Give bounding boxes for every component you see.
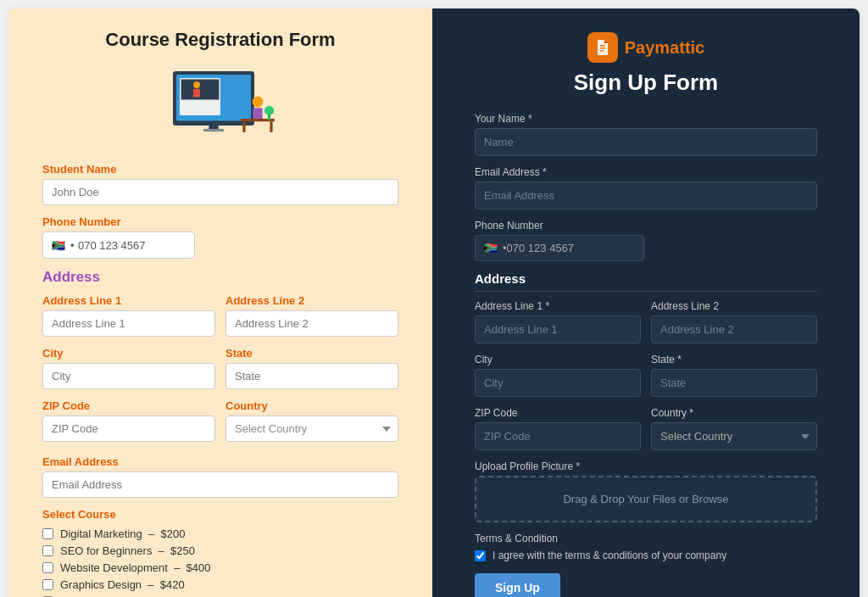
state-label: State [225,347,398,360]
terms-title: Terms & Condition [475,533,817,544]
right-email-label: Email Address * [475,166,817,178]
right-addr-line2-label: Address Line 2 [651,300,817,312]
course-name-3: Website Development – $400 [60,561,211,574]
right-phone-label: Phone Number [475,220,817,232]
email-label: Email Address [42,455,398,468]
svg-rect-10 [270,121,272,132]
email-input[interactable] [42,471,398,498]
zip-input[interactable] [42,416,215,442]
right-country-select[interactable]: Select Country [651,422,817,450]
right-state-label: State * [651,354,817,365]
phone-input-wrapper[interactable]: 🇿🇦 • 070 123 4567 [42,232,195,259]
svg-point-4 [193,81,200,88]
course-name-4: Graphics Design – $420 [60,578,185,591]
course-name-2: SEO for Beginners – $250 [60,544,195,557]
svg-rect-7 [253,108,262,120]
courses-section: Select Course Digital Marketing – $200 S… [42,508,398,597]
addr-line1-group: Address Line 1 [42,294,215,347]
terms-checkbox[interactable] [475,550,486,561]
left-panel: Course Registration Form [8,8,432,597]
svg-rect-13 [209,126,218,129]
course-checkbox-1[interactable] [42,528,53,539]
right-name-input[interactable] [475,128,817,156]
right-zip-input[interactable] [475,422,641,450]
address-row3: ZIP Code Country Select Country [42,399,398,452]
right-addr-line1-group: Address Line 1 * [475,300,641,354]
right-phone-value: 070 123 4567 [507,242,575,254]
country-label: Country [225,399,398,412]
upload-text: Drag & Drop Your Files or Browse [563,493,728,505]
list-item: SEO for Beginners – $250 [42,544,398,557]
right-state-group: State * [651,354,817,407]
phone-divider: • [70,239,75,252]
right-city-group: City [475,354,641,407]
right-header: Paymattic Sign Up Form [475,32,817,96]
zip-group: ZIP Code [42,399,215,452]
svg-point-12 [264,106,274,115]
list-item: Digital Marketing – $200 [42,527,398,540]
right-addr-line1-label: Address Line 1 * [475,300,641,312]
terms-check-row: I agree with the terms & conditions of y… [475,550,817,561]
phone-flag: 🇿🇦 [52,239,65,252]
addr-line1-label: Address Line 1 [42,294,215,307]
phone-label: Phone Number [42,215,398,228]
svg-point-6 [253,97,264,108]
state-input[interactable] [225,363,398,389]
upload-dropzone[interactable]: Drag & Drop Your Files or Browse [475,476,817,522]
addr-line2-input[interactable] [225,310,398,337]
list-item: Website Development – $400 [42,561,398,574]
svg-rect-15 [600,45,605,47]
right-country-group: Country * Select Country [651,407,817,460]
right-name-label: Your Name * [475,113,817,125]
svg-rect-9 [242,121,245,132]
svg-rect-16 [600,47,605,49]
city-input[interactable] [42,363,215,389]
course-checkbox-4[interactable] [42,579,53,590]
terms-section: Terms & Condition I agree with the terms… [475,533,817,561]
right-city-label: City [475,354,641,365]
country-group: Country Select Country [225,399,398,452]
address-row2: City State [42,347,398,399]
right-email-input[interactable] [475,181,817,209]
right-addr-line1-input[interactable] [475,315,641,343]
right-zip-label: ZIP Code [475,407,641,419]
svg-rect-17 [600,50,604,52]
right-zip-group: ZIP Code [475,407,641,460]
logo-text: Paymattic [625,38,705,58]
course-name-1: Digital Marketing – $200 [60,527,185,540]
illustration [42,63,398,148]
right-state-input[interactable] [651,369,817,397]
student-name-field: Student Name [42,163,398,215]
right-phone-input-wrapper[interactable]: 🇿🇦 • 070 123 4567 [475,235,644,261]
right-phone-field: Phone Number 🇿🇦 • 070 123 4567 [475,220,817,261]
country-select[interactable]: Select Country [225,416,398,442]
address-section: Address Address Line 1 Address Line 2 Ci… [42,269,398,452]
student-name-label: Student Name [42,163,398,176]
right-address-section: Address Address Line 1 * Address Line 2 … [475,271,817,460]
phone-field: Phone Number 🇿🇦 • 070 123 4567 [42,215,398,259]
addr-line1-input[interactable] [42,310,215,337]
right-address-row1: Address Line 1 * Address Line 2 [475,300,817,354]
left-form-title: Course Registration Form [42,29,398,51]
right-address-row3: ZIP Code Country * Select Country [475,407,817,460]
course-checkbox-2[interactable] [42,545,53,556]
upload-field: Upload Profile Picture * Drag & Drop You… [475,460,817,522]
student-name-input[interactable] [42,179,398,205]
svg-rect-14 [203,129,224,131]
paymattic-logo-icon [587,32,618,63]
email-field: Email Address [42,455,398,508]
addr-line2-label: Address Line 2 [225,294,398,307]
right-addr-line2-input[interactable] [651,315,817,343]
address-row1: Address Line 1 Address Line 2 [42,294,398,347]
terms-text: I agree with the terms & conditions of y… [492,550,726,561]
right-city-input[interactable] [475,369,641,397]
phone-value: 070 123 4567 [78,239,146,252]
city-label: City [42,347,215,360]
address-section-title: Address [42,269,398,286]
signup-button[interactable]: Sign Up [475,573,560,597]
upload-label: Upload Profile Picture * [475,460,817,472]
right-country-label: Country * [651,407,817,419]
zip-label: ZIP Code [42,399,215,412]
right-address-title: Address [475,271,817,292]
course-checkbox-3[interactable] [42,562,53,573]
